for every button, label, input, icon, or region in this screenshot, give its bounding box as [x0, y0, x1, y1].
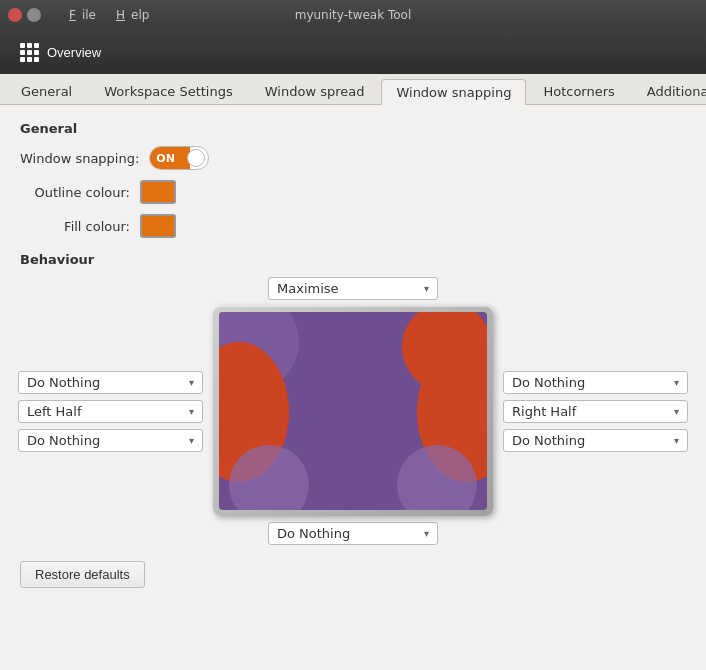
outline-colour-label: Outline colour:	[20, 185, 130, 200]
fill-colour-swatch[interactable]	[140, 214, 176, 238]
behaviour-layout: Maximise ▾ Do Nothing ▾ Left Half ▾	[20, 277, 686, 545]
tab-window-snapping[interactable]: Window snapping	[381, 79, 526, 105]
bottom-right-dropdown-arrow: ▾	[674, 435, 679, 446]
monitor-preview	[213, 306, 493, 516]
behaviour-middle-row: Do Nothing ▾ Left Half ▾ Do Nothing ▾	[18, 306, 688, 516]
bottom-dropdown-value: Do Nothing	[277, 526, 350, 541]
tab-general[interactable]: General	[6, 78, 87, 104]
bottom-left-dropdown-arrow: ▾	[189, 435, 194, 446]
right-dropdown-arrow: ▾	[674, 406, 679, 417]
fill-colour-row: Fill colour:	[20, 214, 686, 238]
outline-colour-row: Outline colour:	[20, 180, 686, 204]
general-section-title: General	[20, 121, 686, 136]
bottom-right-dropdown-value: Do Nothing	[512, 433, 585, 448]
monitor-frame	[213, 306, 493, 516]
window-snapping-toggle[interactable]: ON	[149, 146, 209, 170]
monitor-screen	[219, 312, 487, 510]
top-left-dropdown-value: Do Nothing	[27, 375, 100, 390]
tab-additional[interactable]: Additional	[632, 78, 706, 104]
outline-colour-swatch[interactable]	[140, 180, 176, 204]
left-dropdown[interactable]: Left Half ▾	[18, 400, 203, 423]
minimize-button[interactable]	[27, 8, 41, 22]
left-dropdown-arrow: ▾	[189, 406, 194, 417]
behaviour-section-title: Behaviour	[20, 252, 686, 267]
overview-label: Overview	[47, 45, 101, 60]
grid-icon	[20, 43, 39, 62]
right-dropdown-value: Right Half	[512, 404, 576, 419]
behaviour-section: Behaviour Maximise ▾ Do Nothing ▾	[20, 252, 686, 545]
close-button[interactable]	[8, 8, 22, 22]
top-left-dropdown[interactable]: Do Nothing ▾	[18, 371, 203, 394]
tab-bar: General Workspace Settings Window spread…	[0, 74, 706, 105]
toggle-on-label: ON	[150, 147, 190, 169]
restore-defaults-button[interactable]: Restore defaults	[20, 561, 145, 588]
top-dropdown-value: Maximise	[277, 281, 339, 296]
left-dropdown-value: Left Half	[27, 404, 82, 419]
right-dropdown[interactable]: Right Half ▾	[503, 400, 688, 423]
top-right-dropdown-arrow: ▾	[674, 377, 679, 388]
bottom-left-dropdown[interactable]: Do Nothing ▾	[18, 429, 203, 452]
tab-window-spread[interactable]: Window spread	[250, 78, 380, 104]
content-area: General Window snapping: ON Outline colo…	[0, 105, 706, 666]
help-menu[interactable]: Help	[104, 6, 155, 24]
top-dropdown-arrow: ▾	[424, 283, 429, 294]
window-snapping-label: Window snapping:	[20, 151, 139, 166]
toggle-thumb	[187, 149, 205, 167]
bottom-right-dropdown[interactable]: Do Nothing ▾	[503, 429, 688, 452]
top-left-dropdown-arrow: ▾	[189, 377, 194, 388]
window-title: myunity-tweak Tool	[295, 8, 412, 22]
bottom-dropdown-arrow: ▾	[424, 528, 429, 539]
toolbar: Overview	[0, 30, 706, 74]
fill-colour-label: Fill colour:	[20, 219, 130, 234]
bottom-left-dropdown-value: Do Nothing	[27, 433, 100, 448]
file-menu[interactable]: File	[57, 6, 102, 24]
menu-bar: File Help	[57, 6, 155, 24]
bottom-dropdown[interactable]: Do Nothing ▾	[268, 522, 438, 545]
titlebar: File Help myunity-tweak Tool	[0, 0, 706, 30]
decoration-circle-bottom-left	[229, 445, 309, 510]
tab-hotcorners[interactable]: Hotcorners	[528, 78, 629, 104]
window-snapping-row: Window snapping: ON	[20, 146, 686, 170]
tab-workspace-settings[interactable]: Workspace Settings	[89, 78, 248, 104]
top-right-dropdown[interactable]: Do Nothing ▾	[503, 371, 688, 394]
top-right-dropdown-value: Do Nothing	[512, 375, 585, 390]
top-dropdown[interactable]: Maximise ▾	[268, 277, 438, 300]
behaviour-top-row: Maximise ▾	[268, 277, 438, 300]
window-controls	[8, 8, 41, 22]
behaviour-bottom-row: Do Nothing ▾	[268, 522, 438, 545]
overview-button[interactable]: Overview	[12, 39, 109, 66]
